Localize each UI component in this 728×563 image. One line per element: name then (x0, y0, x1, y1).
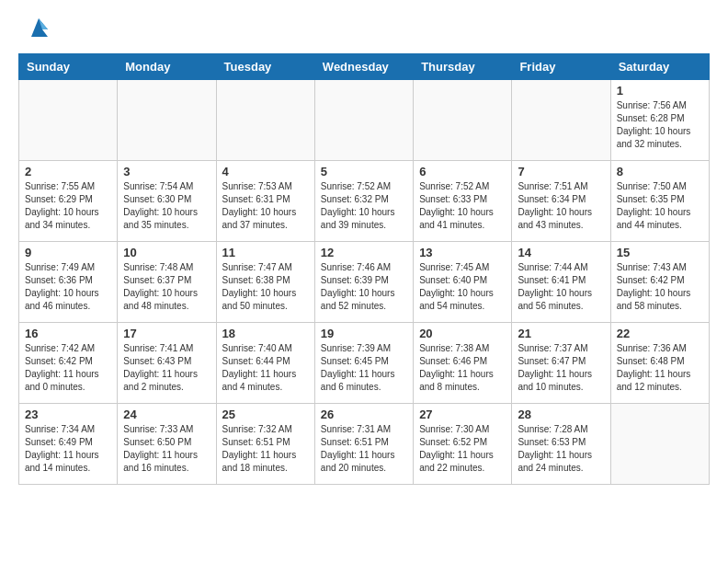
calendar-cell: 16Sunrise: 7:42 AM Sunset: 6:42 PM Dayli… (19, 323, 118, 404)
calendar-cell (414, 80, 512, 161)
calendar-cell: 28Sunrise: 7:28 AM Sunset: 6:53 PM Dayli… (512, 404, 610, 485)
weekday-header-monday: Monday (118, 54, 216, 80)
day-number: 18 (222, 327, 309, 340)
day-number: 16 (25, 327, 111, 340)
calendar-cell: 7Sunrise: 7:51 AM Sunset: 6:34 PM Daylig… (512, 161, 610, 242)
day-info: Sunrise: 7:37 AM Sunset: 6:47 PM Dayligh… (518, 342, 604, 394)
day-number: 12 (321, 246, 407, 259)
calendar-cell: 10Sunrise: 7:48 AM Sunset: 6:37 PM Dayli… (118, 242, 216, 323)
day-info: Sunrise: 7:48 AM Sunset: 6:37 PM Dayligh… (123, 261, 210, 313)
calendar-week-4: 23Sunrise: 7:34 AM Sunset: 6:49 PM Dayli… (19, 404, 710, 485)
day-info: Sunrise: 7:34 AM Sunset: 6:49 PM Dayligh… (25, 423, 111, 475)
day-info: Sunrise: 7:42 AM Sunset: 6:42 PM Dayligh… (25, 342, 111, 394)
day-info: Sunrise: 7:33 AM Sunset: 6:50 PM Dayligh… (123, 423, 210, 475)
day-info: Sunrise: 7:39 AM Sunset: 6:45 PM Dayligh… (321, 342, 407, 394)
calendar-cell: 19Sunrise: 7:39 AM Sunset: 6:45 PM Dayli… (314, 323, 413, 404)
calendar-cell: 18Sunrise: 7:40 AM Sunset: 6:44 PM Dayli… (216, 323, 314, 404)
day-info: Sunrise: 7:56 AM Sunset: 6:28 PM Dayligh… (617, 99, 703, 151)
day-number: 27 (419, 408, 506, 421)
calendar-header-row: SundayMondayTuesdayWednesdayThursdayFrid… (19, 54, 710, 80)
day-info: Sunrise: 7:45 AM Sunset: 6:40 PM Dayligh… (419, 261, 506, 313)
calendar-week-1: 2Sunrise: 7:55 AM Sunset: 6:29 PM Daylig… (19, 161, 710, 242)
calendar-week-2: 9Sunrise: 7:49 AM Sunset: 6:36 PM Daylig… (19, 242, 710, 323)
weekday-header-tuesday: Tuesday (216, 54, 314, 80)
day-number: 26 (321, 408, 407, 421)
day-info: Sunrise: 7:52 AM Sunset: 6:32 PM Dayligh… (321, 180, 407, 232)
calendar-table: SundayMondayTuesdayWednesdayThursdayFrid… (18, 53, 710, 485)
weekday-header-friday: Friday (512, 54, 610, 80)
calendar-cell: 12Sunrise: 7:46 AM Sunset: 6:39 PM Dayli… (314, 242, 413, 323)
weekday-header-sunday: Sunday (19, 54, 118, 80)
day-info: Sunrise: 7:43 AM Sunset: 6:42 PM Dayligh… (617, 261, 703, 313)
calendar-cell: 6Sunrise: 7:52 AM Sunset: 6:33 PM Daylig… (414, 161, 512, 242)
calendar-cell: 5Sunrise: 7:52 AM Sunset: 6:32 PM Daylig… (314, 161, 413, 242)
day-info: Sunrise: 7:30 AM Sunset: 6:52 PM Dayligh… (419, 423, 506, 475)
calendar-cell: 23Sunrise: 7:34 AM Sunset: 6:49 PM Dayli… (19, 404, 118, 485)
calendar-cell: 25Sunrise: 7:32 AM Sunset: 6:51 PM Dayli… (216, 404, 314, 485)
calendar-cell: 26Sunrise: 7:31 AM Sunset: 6:51 PM Dayli… (314, 404, 413, 485)
day-info: Sunrise: 7:50 AM Sunset: 6:35 PM Dayligh… (617, 180, 703, 232)
logo (18, 18, 55, 44)
day-info: Sunrise: 7:54 AM Sunset: 6:30 PM Dayligh… (123, 180, 210, 232)
day-info: Sunrise: 7:36 AM Sunset: 6:48 PM Dayligh… (617, 342, 703, 394)
calendar-cell (19, 80, 118, 161)
day-number: 3 (123, 165, 210, 178)
calendar-cell: 9Sunrise: 7:49 AM Sunset: 6:36 PM Daylig… (19, 242, 118, 323)
day-info: Sunrise: 7:40 AM Sunset: 6:44 PM Dayligh… (222, 342, 309, 394)
calendar-cell: 4Sunrise: 7:53 AM Sunset: 6:31 PM Daylig… (216, 161, 314, 242)
day-number: 21 (518, 327, 604, 340)
calendar-cell: 13Sunrise: 7:45 AM Sunset: 6:40 PM Dayli… (414, 242, 512, 323)
day-number: 28 (518, 408, 604, 421)
day-info: Sunrise: 7:53 AM Sunset: 6:31 PM Dayligh… (222, 180, 309, 232)
day-number: 24 (123, 408, 210, 421)
calendar-cell: 22Sunrise: 7:36 AM Sunset: 6:48 PM Dayli… (610, 323, 709, 404)
day-info: Sunrise: 7:46 AM Sunset: 6:39 PM Dayligh… (321, 261, 407, 313)
calendar-cell (118, 80, 216, 161)
calendar-cell: 15Sunrise: 7:43 AM Sunset: 6:42 PM Dayli… (610, 242, 709, 323)
day-number: 20 (419, 327, 506, 340)
calendar-cell: 17Sunrise: 7:41 AM Sunset: 6:43 PM Dayli… (118, 323, 216, 404)
day-number: 25 (222, 408, 309, 421)
calendar-week-0: 1Sunrise: 7:56 AM Sunset: 6:28 PM Daylig… (19, 80, 710, 161)
day-number: 7 (518, 165, 604, 178)
weekday-header-saturday: Saturday (610, 54, 709, 80)
day-number: 17 (123, 327, 210, 340)
day-number: 6 (419, 165, 506, 178)
day-number: 2 (25, 165, 111, 178)
day-number: 14 (518, 246, 604, 259)
weekday-header-wednesday: Wednesday (314, 54, 413, 80)
weekday-header-thursday: Thursday (414, 54, 512, 80)
day-info: Sunrise: 7:49 AM Sunset: 6:36 PM Dayligh… (25, 261, 111, 313)
day-info: Sunrise: 7:28 AM Sunset: 6:53 PM Dayligh… (518, 423, 604, 475)
calendar-week-3: 16Sunrise: 7:42 AM Sunset: 6:42 PM Dayli… (19, 323, 710, 404)
calendar-cell: 21Sunrise: 7:37 AM Sunset: 6:47 PM Dayli… (512, 323, 610, 404)
calendar-cell (512, 80, 610, 161)
calendar-cell: 2Sunrise: 7:55 AM Sunset: 6:29 PM Daylig… (19, 161, 118, 242)
day-number: 8 (617, 165, 703, 178)
day-info: Sunrise: 7:55 AM Sunset: 6:29 PM Dayligh… (25, 180, 111, 232)
day-info: Sunrise: 7:32 AM Sunset: 6:51 PM Dayligh… (222, 423, 309, 475)
day-info: Sunrise: 7:38 AM Sunset: 6:46 PM Dayligh… (419, 342, 506, 394)
day-info: Sunrise: 7:41 AM Sunset: 6:43 PM Dayligh… (123, 342, 210, 394)
day-number: 9 (25, 246, 111, 259)
calendar-cell: 11Sunrise: 7:47 AM Sunset: 6:38 PM Dayli… (216, 242, 314, 323)
day-number: 4 (222, 165, 309, 178)
calendar-cell: 14Sunrise: 7:44 AM Sunset: 6:41 PM Dayli… (512, 242, 610, 323)
day-info: Sunrise: 7:51 AM Sunset: 6:34 PM Dayligh… (518, 180, 604, 232)
calendar-cell: 1Sunrise: 7:56 AM Sunset: 6:28 PM Daylig… (610, 80, 709, 161)
day-number: 11 (222, 246, 309, 259)
day-info: Sunrise: 7:31 AM Sunset: 6:51 PM Dayligh… (321, 423, 407, 475)
calendar-cell: 27Sunrise: 7:30 AM Sunset: 6:52 PM Dayli… (414, 404, 512, 485)
calendar-cell: 8Sunrise: 7:50 AM Sunset: 6:35 PM Daylig… (610, 161, 709, 242)
calendar-cell: 24Sunrise: 7:33 AM Sunset: 6:50 PM Dayli… (118, 404, 216, 485)
day-number: 1 (617, 84, 703, 98)
day-number: 10 (123, 246, 210, 259)
calendar-cell: 20Sunrise: 7:38 AM Sunset: 6:46 PM Dayli… (414, 323, 512, 404)
day-number: 22 (617, 327, 703, 340)
day-info: Sunrise: 7:44 AM Sunset: 6:41 PM Dayligh… (518, 261, 604, 313)
calendar-cell (314, 80, 413, 161)
day-number: 5 (321, 165, 407, 178)
calendar-cell (216, 80, 314, 161)
day-info: Sunrise: 7:47 AM Sunset: 6:38 PM Dayligh… (222, 261, 309, 313)
day-number: 19 (321, 327, 407, 340)
